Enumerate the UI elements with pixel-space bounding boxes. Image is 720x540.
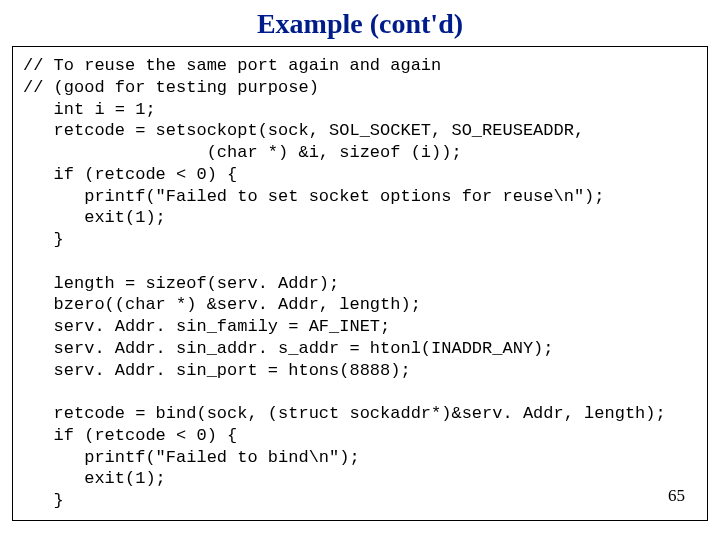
code-line: // (good for testing purpose) (23, 78, 319, 97)
code-line: serv. Addr. sin_family = AF_INET; (23, 317, 390, 336)
code-line: int i = 1; (23, 100, 156, 119)
code-line: if (retcode < 0) { (23, 426, 237, 445)
code-line: exit(1); (23, 469, 166, 488)
code-line: serv. Addr. sin_port = htons(8888); (23, 361, 411, 380)
code-line: } (23, 230, 64, 249)
code-line: if (retcode < 0) { (23, 165, 237, 184)
code-line: retcode = setsockopt(sock, SOL_SOCKET, S… (23, 121, 584, 140)
page-number: 65 (668, 486, 685, 506)
code-line: exit(1); (23, 208, 166, 227)
slide: Example (cont'd) // To reuse the same po… (0, 0, 720, 540)
code-line: printf("Failed to set socket options for… (23, 187, 605, 206)
code-line: serv. Addr. sin_addr. s_addr = htonl(INA… (23, 339, 554, 358)
code-line: } (23, 491, 64, 510)
code-line: printf("Failed to bind\n"); (23, 448, 360, 467)
code-block: // To reuse the same port again and agai… (23, 55, 697, 512)
code-box: // To reuse the same port again and agai… (12, 46, 708, 521)
code-line: bzero((char *) &serv. Addr, length); (23, 295, 421, 314)
code-line: // To reuse the same port again and agai… (23, 56, 441, 75)
code-line: retcode = bind(sock, (struct sockaddr*)&… (23, 404, 666, 423)
code-line: (char *) &i, sizeof (i)); (23, 143, 462, 162)
code-line: length = sizeof(serv. Addr); (23, 274, 339, 293)
slide-title: Example (cont'd) (12, 8, 708, 40)
